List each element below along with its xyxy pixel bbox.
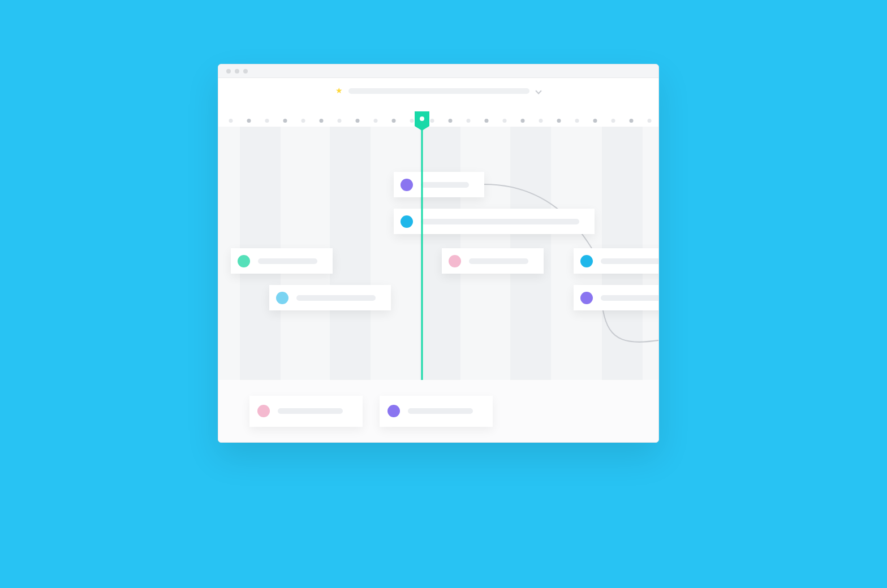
timeline-dot[interactable] <box>392 119 396 123</box>
timeline-dot[interactable] <box>229 119 233 123</box>
timeline-dot[interactable] <box>247 119 251 123</box>
timeline-dot[interactable] <box>374 119 378 123</box>
card-title-placeholder <box>421 219 579 224</box>
current-time-marker[interactable] <box>415 111 429 129</box>
timeline-card[interactable] <box>574 285 659 310</box>
footer-card[interactable] <box>249 396 363 427</box>
card-title-placeholder <box>601 258 659 264</box>
timeline-dot[interactable] <box>430 119 434 123</box>
avatar <box>257 405 270 417</box>
timeline-ruler[interactable] <box>218 116 658 124</box>
timeline-dot[interactable] <box>557 119 561 123</box>
timeline-card[interactable] <box>269 285 391 310</box>
timeline-dot[interactable] <box>630 119 634 123</box>
timeline-dot[interactable] <box>338 119 342 123</box>
timeline-dot[interactable] <box>593 119 597 123</box>
timeline-dot[interactable] <box>283 119 287 123</box>
timeline-dot[interactable] <box>302 119 305 123</box>
timeline-dot[interactable] <box>648 119 652 123</box>
stage: ★ <box>0 0 887 588</box>
timeline-dot[interactable] <box>612 119 615 123</box>
window-zoom-dot[interactable] <box>243 69 248 74</box>
card-title-placeholder <box>469 258 528 264</box>
timeline-card[interactable] <box>231 248 333 274</box>
window-chrome <box>218 64 658 78</box>
card-title-placeholder <box>278 408 343 414</box>
avatar <box>238 255 250 267</box>
avatar <box>387 405 400 417</box>
timeline-card[interactable] <box>394 209 595 234</box>
avatar <box>276 292 289 304</box>
chevron-down-icon[interactable] <box>535 88 542 94</box>
timeline-dot[interactable] <box>265 119 269 123</box>
timeline-dot[interactable] <box>503 119 507 123</box>
footer-card[interactable] <box>380 396 493 427</box>
avatar <box>401 215 413 228</box>
card-title-placeholder <box>408 408 473 414</box>
avatar <box>401 179 413 191</box>
title-placeholder[interactable] <box>348 88 529 94</box>
timeline-dot[interactable] <box>575 119 579 123</box>
avatar <box>580 292 593 304</box>
footer-tray <box>218 380 658 442</box>
card-title-placeholder <box>601 295 659 301</box>
avatar <box>580 255 593 267</box>
timeline-dot[interactable] <box>410 119 414 123</box>
timeline-card[interactable] <box>394 172 484 197</box>
timeline-dot[interactable] <box>539 119 543 123</box>
timeline-dot[interactable] <box>485 119 489 123</box>
browser-window: ★ <box>218 64 659 443</box>
card-title-placeholder <box>421 182 469 188</box>
card-title-placeholder <box>258 258 317 264</box>
timeline-dot[interactable] <box>449 119 453 123</box>
star-icon[interactable]: ★ <box>335 87 343 94</box>
card-title-placeholder <box>296 295 376 301</box>
avatar <box>449 255 461 267</box>
header-bar: ★ <box>218 78 658 103</box>
timeline-dot[interactable] <box>521 119 525 123</box>
timeline-dot[interactable] <box>320 119 324 123</box>
timeline-card[interactable] <box>574 248 659 274</box>
window-minimize-dot[interactable] <box>235 69 239 74</box>
timeline-dot[interactable] <box>467 119 471 123</box>
timeline-card[interactable] <box>442 248 544 274</box>
current-time-line <box>421 129 423 384</box>
timeline-dot[interactable] <box>356 119 360 123</box>
window-close-dot[interactable] <box>226 69 231 74</box>
